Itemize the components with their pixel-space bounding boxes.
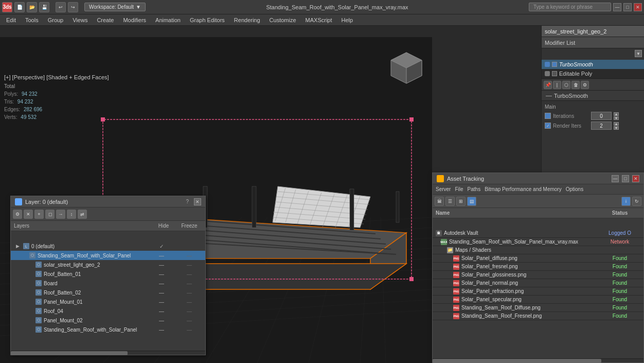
new-btn[interactable]: 📄 [14, 2, 25, 12]
asset-item-row[interactable]: PNG Standing_Seam_Roof_Fresnel.png Found [433, 312, 643, 320]
remove-modifier-btn[interactable]: 🗑 [571, 81, 580, 89]
modifier-editable-poly[interactable]: Editable Poly [542, 69, 644, 78]
menu-create[interactable]: Create [93, 16, 118, 24]
menu-help[interactable]: Help [337, 16, 357, 24]
layer-freeze[interactable]: — [176, 262, 202, 268]
configure-btn[interactable]: ⚙ [581, 81, 589, 89]
menu-modifiers[interactable]: Modifiers [119, 16, 150, 24]
asset-item-row[interactable]: PNG Solar_Panel_refraction.png Found [433, 287, 643, 296]
ts-collapse-btn[interactable]: — [546, 92, 552, 99]
render-iters-checkbox[interactable]: ✓ [545, 123, 551, 129]
modifier-turbosmooth-checkbox[interactable] [552, 62, 557, 67]
layer-freeze[interactable]: — [176, 281, 202, 286]
asset-refresh-btn[interactable]: ↻ [632, 197, 641, 206]
close-btn[interactable]: ✕ [634, 3, 642, 11]
menu-rendering[interactable]: Rendering [230, 16, 264, 24]
menu-tools[interactable]: Tools [21, 16, 43, 24]
make-unique-btn[interactable]: ⬡ [562, 81, 570, 89]
render-iters-value[interactable]: 2 [591, 122, 612, 130]
modifier-turbosmooth[interactable]: TurboSmooth [542, 60, 644, 69]
asset-item-row[interactable]: PNG Solar_Panel_diffuse.png Found [433, 254, 643, 263]
layer-row[interactable]: ▶ L 0 (default) ✓ [11, 241, 205, 251]
asset-item-row[interactable]: PNG Standing_Seam_Roof_Diffuse.png Found [433, 304, 643, 312]
layer-move-btn[interactable]: ↕ [67, 210, 76, 219]
layer-row[interactable]: ⬡ Standing_Seam_Roof_with_Solar_Panel — … [11, 325, 205, 334]
object-name-field[interactable]: solar_street_light_geo_2 [542, 26, 644, 37]
layer-check[interactable]: — [149, 327, 174, 333]
modifier-list-dropdown[interactable]: ▼ [635, 50, 642, 57]
asset-group-row[interactable]: 🏛 Autodesk Vault Logged O [433, 229, 643, 238]
layer-freeze[interactable]: — [176, 299, 202, 305]
menu-group[interactable]: Group [44, 16, 68, 24]
menu-edit[interactable]: Edit [2, 16, 20, 24]
layer-check[interactable]: ✓ [149, 244, 174, 249]
modifier-list-label[interactable]: Modifier List ▼ [542, 37, 644, 48]
asset-list-btn[interactable]: ☰ [445, 197, 455, 206]
maximize-btn[interactable]: □ [623, 3, 632, 11]
layer-freeze[interactable]: — [176, 318, 202, 323]
iterations-spinner[interactable]: ▲ ▼ [614, 112, 619, 120]
layer-row[interactable]: ⬡ Board — — [11, 279, 205, 288]
menu-maxscript[interactable]: MAXScript [301, 16, 336, 24]
layer-freeze[interactable]: — [176, 271, 202, 277]
layer-delete-btn[interactable]: ✕ [24, 210, 33, 219]
layer-row[interactable]: ⬡ solar_street_light_geo_2 — — [11, 260, 205, 269]
layer-row[interactable]: ⬡ Standing_Seam_Roof_with_Solar_Panel — … [11, 251, 205, 260]
layer-freeze[interactable]: — [176, 327, 202, 333]
asset-item-row[interactable]: PNG Solar_Panel_fresnel.png Found [433, 263, 643, 271]
asset-info-btn[interactable]: i [621, 197, 631, 206]
modifier-ep-checkbox[interactable] [552, 71, 557, 76]
menu-animation[interactable]: Animation [151, 16, 185, 24]
open-btn[interactable]: 📂 [27, 2, 37, 12]
layer-select-btn[interactable]: ◻ [45, 210, 55, 219]
layer-check[interactable]: — [149, 262, 174, 268]
layer-obj-btn[interactable]: → [56, 210, 65, 219]
layer-settings-btn[interactable]: ⚙ [13, 210, 22, 219]
layer-check[interactable]: — [149, 318, 174, 323]
layer-row[interactable]: ⬡ Roof_04 — — [11, 306, 205, 316]
asset-scrollbar[interactable] [433, 358, 643, 362]
layer-check[interactable]: — [149, 299, 174, 305]
layer-check[interactable]: — [149, 290, 174, 296]
layer-freeze[interactable]: — [176, 290, 202, 296]
layer-merge-btn[interactable]: ⇌ [78, 210, 87, 219]
iterations-value[interactable]: 0 [591, 112, 612, 120]
asset-menu-options[interactable]: Options [566, 186, 583, 192]
asset-item-row[interactable]: PNG Solar_Panel_specular.png Found [433, 296, 643, 304]
layer-row[interactable]: ⬡ Roof_Batten_01 — — [11, 269, 205, 279]
layer-check[interactable]: — [149, 271, 174, 277]
asset-grid-btn[interactable]: ⊞ [456, 197, 466, 206]
layer-row[interactable]: ⬡ Panel_Mount_01 — — [11, 297, 205, 306]
pin-stack-btn[interactable]: 📌 [544, 81, 552, 89]
asset-item-row[interactable]: PNG Solar_Panel_normal.png Found [433, 279, 643, 287]
asset-minimize-btn[interactable]: — [612, 175, 619, 182]
menu-graph-editors[interactable]: Graph Editors [186, 16, 229, 24]
layer-add-btn[interactable]: + [34, 210, 44, 219]
asset-file-row[interactable]: MAX Standing_Seam_Roof_with_Solar_Panel_… [433, 238, 643, 246]
minimize-btn[interactable]: — [613, 3, 621, 11]
asset-detail-btn[interactable]: ▤ [467, 197, 476, 206]
layer-check[interactable]: — [149, 308, 174, 314]
workspace-dropdown[interactable]: Workspace: Default ▼ [84, 3, 146, 11]
layer-row[interactable]: ⬡ Roof_Batten_02 — — [11, 288, 205, 297]
layer-check[interactable]: — [149, 253, 174, 258]
save-btn[interactable]: 💾 [39, 2, 49, 12]
menu-customize[interactable]: Customize [265, 16, 300, 24]
iterations-checkbox[interactable] [545, 113, 551, 119]
iterations-up[interactable]: ▲ [614, 112, 619, 116]
asset-menu-file[interactable]: File [455, 186, 463, 192]
redo-btn[interactable]: ↪ [68, 2, 78, 12]
layer-close-btn[interactable]: ✕ [194, 198, 201, 205]
search-box[interactable]: Type a keyword or phrase [529, 3, 611, 11]
app-logo[interactable]: 3ds [2, 2, 12, 12]
asset-menu-server[interactable]: Server [436, 186, 451, 192]
layer-scrollbar[interactable] [11, 351, 205, 355]
asset-folder-row[interactable]: 📁 Maps / Shaders [433, 246, 643, 254]
menu-views[interactable]: Views [68, 16, 92, 24]
asset-menu-paths[interactable]: Paths [468, 186, 481, 192]
layer-help-btn[interactable]: ? [184, 199, 191, 204]
render-iters-down[interactable]: ▼ [614, 126, 619, 130]
render-iters-spinner[interactable]: ▲ ▼ [614, 122, 619, 130]
layer-freeze[interactable]: — [176, 308, 202, 314]
asset-scroll-thumb[interactable] [433, 359, 601, 363]
